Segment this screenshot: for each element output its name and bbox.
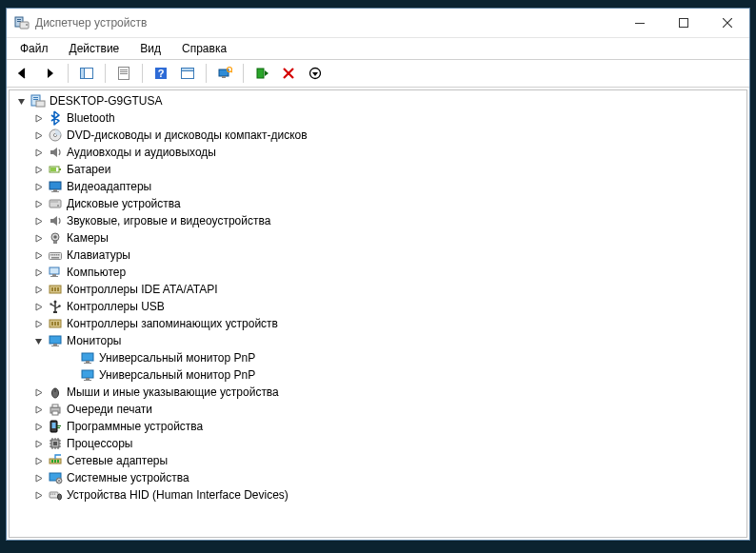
category-node[interactable]: Контроллеры IDE ATA/ATAPI — [10, 281, 746, 298]
network-icon — [48, 453, 63, 468]
node-label: Дисковые устройства — [67, 195, 189, 212]
expand-icon[interactable] — [30, 436, 46, 451]
category-node[interactable]: Клавиатуры — [10, 247, 746, 264]
category-node[interactable]: Батареи — [10, 161, 746, 178]
menu-help[interactable]: Справка — [172, 40, 236, 57]
close-button[interactable] — [706, 9, 749, 37]
toolbar: ? — [7, 59, 749, 88]
svg-rect-6 — [680, 19, 688, 28]
expand-icon[interactable] — [30, 179, 46, 194]
svg-rect-74 — [52, 411, 58, 415]
toolbar-uninstall[interactable] — [276, 61, 301, 86]
category-node[interactable]: Очереди печати — [10, 401, 746, 418]
menu-view[interactable]: Вид — [130, 40, 170, 57]
audio-icon — [48, 145, 63, 160]
expand-icon[interactable] — [30, 128, 46, 143]
category-node[interactable]: Bluetooth — [10, 109, 746, 127]
svg-rect-29 — [59, 168, 61, 170]
toolbar-update-driver[interactable] — [249, 61, 274, 86]
menu-action[interactable]: Действие — [60, 40, 129, 57]
svg-rect-58 — [51, 322, 53, 326]
toolbar-help[interactable]: ? — [149, 61, 173, 86]
toolbar-scan-hardware[interactable] — [212, 61, 237, 86]
scan-icon — [217, 66, 232, 81]
toolbar-disable[interactable] — [303, 61, 328, 86]
category-node[interactable]: Аудиовходы и аудиовыходы — [10, 144, 746, 161]
node-label: Звуковые, игровые и видеоустройства — [67, 212, 278, 229]
category-node[interactable]: Системные устройства — [10, 469, 746, 486]
expand-icon[interactable] — [30, 282, 46, 297]
node-label: Компьютер — [67, 264, 133, 281]
category-node[interactable]: Мониторы — [10, 332, 746, 349]
expand-icon[interactable] — [30, 402, 46, 417]
category-node[interactable]: Контроллеры USB — [10, 298, 746, 315]
svg-rect-63 — [51, 346, 59, 346]
toolbar-show-hide-tree[interactable] — [74, 61, 99, 86]
svg-rect-46 — [51, 257, 59, 259]
svg-rect-18 — [222, 76, 226, 78]
node-label: Очереди печати — [67, 401, 160, 418]
toolbar-forward[interactable] — [37, 61, 62, 86]
category-node[interactable]: Звуковые, игровые и видеоустройства — [10, 212, 746, 229]
usb-icon — [48, 299, 63, 314]
expand-icon[interactable] — [30, 419, 46, 434]
expand-icon[interactable] — [30, 247, 46, 263]
expand-icon[interactable] — [30, 299, 46, 314]
expand-icon[interactable] — [30, 453, 46, 468]
category-node[interactable]: Контроллеры запоминающих устройств — [10, 315, 746, 332]
toolbar-properties[interactable] — [111, 61, 136, 86]
expand-icon[interactable] — [30, 487, 46, 503]
category-node[interactable]: Программные устройства — [10, 418, 746, 435]
node-label: Bluetooth — [67, 109, 123, 127]
device-node[interactable]: Универсальный монитор PnP — [10, 349, 746, 366]
svg-rect-30 — [50, 168, 56, 171]
category-node[interactable]: Видеоадаптеры — [10, 178, 746, 195]
audio-icon — [48, 213, 63, 228]
arrow-right-icon — [42, 66, 57, 81]
minimize-button[interactable] — [618, 9, 662, 37]
monitor-icon — [80, 350, 95, 365]
toolbar-back[interactable] — [10, 61, 35, 86]
menu-file[interactable]: Файл — [10, 40, 58, 57]
svg-rect-61 — [50, 336, 61, 344]
expand-icon[interactable] — [30, 230, 46, 246]
category-node[interactable]: Камеры — [10, 229, 746, 247]
expand-icon[interactable] — [30, 162, 46, 177]
device-node[interactable]: Универсальный монитор PnP — [10, 366, 746, 384]
expand-icon[interactable] — [30, 110, 46, 126]
category-node[interactable]: Процессоры — [10, 435, 746, 452]
category-node[interactable]: Сетевые адаптеры — [10, 452, 746, 469]
svg-rect-51 — [51, 287, 53, 291]
maximize-button[interactable] — [662, 9, 706, 37]
category-node[interactable]: Устройства HID (Human Interface Devices) — [10, 486, 746, 504]
category-node[interactable]: Компьютер — [10, 264, 746, 281]
expand-icon[interactable] — [30, 470, 46, 485]
svg-point-54 — [54, 301, 57, 304]
expand-icon[interactable] — [30, 316, 46, 331]
svg-rect-32 — [53, 189, 57, 191]
software-icon — [48, 419, 63, 434]
drive-icon — [48, 196, 63, 211]
category-node[interactable]: DESKTOP-G9GTUSA — [10, 92, 746, 109]
expand-icon[interactable] — [30, 196, 46, 211]
collapse-icon[interactable] — [30, 333, 46, 348]
expand-icon[interactable] — [30, 265, 46, 280]
arrow-left-icon — [15, 66, 30, 81]
expand-icon[interactable] — [30, 213, 46, 228]
disable-icon — [308, 66, 323, 81]
collapse-icon[interactable] — [13, 93, 29, 109]
svg-rect-66 — [84, 363, 91, 364]
svg-rect-71 — [55, 388, 56, 392]
expand-icon[interactable] — [30, 145, 46, 160]
svg-rect-62 — [53, 344, 57, 346]
toolbar-action-toggle[interactable] — [175, 61, 200, 86]
svg-rect-76 — [52, 423, 56, 428]
category-node[interactable]: DVD-дисководы и дисководы компакт-дисков — [10, 127, 746, 144]
svg-rect-82 — [51, 460, 53, 463]
category-node[interactable]: Мыши и иные указывающие устройства — [10, 384, 746, 401]
device-tree[interactable]: DESKTOP-G9GTUSABluetoothDVD-дисководы и … — [9, 89, 747, 538]
expand-icon[interactable] — [30, 385, 46, 400]
svg-rect-59 — [54, 322, 56, 326]
expander-placeholder — [63, 367, 78, 383]
category-node[interactable]: Дисковые устройства — [10, 195, 746, 212]
